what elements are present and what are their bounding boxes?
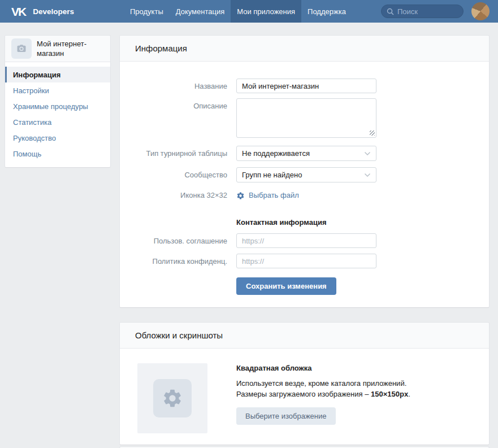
nav-documentation[interactable]: Документация: [170, 0, 231, 23]
search-icon: [387, 8, 394, 15]
name-field[interactable]: [236, 79, 376, 93]
nav-support[interactable]: Поддержка: [301, 0, 352, 23]
covers-panel-title: Обложки и скриншоты: [120, 323, 489, 349]
sidebar: Мой интернет-магазин Информация Настройк…: [5, 35, 111, 168]
leaderboard-select[interactable]: Не поддерживается: [236, 146, 376, 161]
sidebar-item-help[interactable]: Помощь: [5, 146, 110, 162]
search-box[interactable]: [381, 5, 464, 18]
information-panel: Информация Название Описание Тип турнирн…: [119, 35, 490, 308]
name-label: Название: [120, 79, 227, 93]
description-label: Описание: [120, 98, 227, 138]
square-cover-placeholder: [137, 363, 207, 433]
chevron-down-icon: [364, 173, 371, 177]
information-panel-title: Информация: [120, 36, 489, 62]
square-cover-title: Квадратная обложка: [236, 364, 410, 372]
covers-panel: Обложки и скриншоты Квадратная обложка И…: [119, 322, 490, 445]
app-card-header: Мой интернет-магазин: [5, 36, 110, 62]
resize-handle[interactable]: [370, 131, 375, 136]
brand-developers[interactable]: Developers: [33, 7, 74, 16]
sidebar-item-statistics[interactable]: Статистика: [5, 114, 110, 130]
square-cover-description: Используется везде, кроме каталога прило…: [236, 378, 410, 399]
avatar[interactable]: [471, 2, 490, 20]
main-content: Информация Название Описание Тип турнирн…: [119, 35, 490, 448]
placeholder-tile: [153, 379, 192, 417]
sidebar-item-settings[interactable]: Настройки: [5, 82, 110, 98]
sidebar-nav: Информация Настройки Хранимые процедуры …: [5, 62, 110, 167]
nav-products[interactable]: Продукты: [124, 0, 170, 23]
description-field[interactable]: [236, 98, 376, 138]
save-button[interactable]: Сохранить изменения: [236, 277, 336, 295]
community-select[interactable]: Групп не найдено: [236, 167, 376, 182]
terms-label: Пользов. соглашение: [120, 233, 227, 248]
gear-icon: [236, 192, 245, 200]
terms-field[interactable]: [236, 233, 376, 248]
choose-image-button[interactable]: Выберите изображение: [236, 407, 336, 425]
leaderboard-label: Тип турнирной таблицы: [120, 146, 227, 161]
description-field-wrap: [236, 98, 376, 138]
nav-my-apps[interactable]: Мои приложения: [231, 0, 301, 23]
information-form: Название Описание Тип турнирной таблицы …: [120, 62, 489, 307]
app-card: Мой интернет-магазин Информация Настройк…: [5, 35, 111, 168]
page-layout: Мой интернет-магазин Информация Настройк…: [0, 23, 498, 448]
contact-info-header: Контактная информация: [236, 218, 489, 227]
chevron-down-icon: [364, 151, 371, 156]
privacy-label: Политика конфиденц.: [120, 254, 227, 268]
choose-file-link[interactable]: Выбрать файл: [236, 191, 299, 200]
sidebar-item-guide[interactable]: Руководство: [5, 130, 110, 146]
app-title: Мой интернет-магазин: [37, 39, 104, 58]
camera-icon: [11, 38, 32, 59]
sidebar-item-information[interactable]: Информация: [5, 67, 110, 82]
top-navigation: Продукты Документация Мои приложения Под…: [124, 0, 352, 23]
privacy-field[interactable]: [236, 254, 376, 268]
search-input[interactable]: [397, 7, 458, 16]
icon32-label: Иконка 32×32: [120, 191, 227, 200]
community-label: Сообщество: [120, 167, 227, 182]
vk-logo-icon[interactable]: VK: [11, 6, 25, 18]
sidebar-item-stored-procedures[interactable]: Хранимые процедуры: [5, 98, 110, 114]
topbar: VK Developers Продукты Документация Мои …: [0, 0, 498, 23]
image-size-value: 150×150px: [371, 390, 408, 398]
placeholder-gear-icon: [162, 388, 183, 409]
